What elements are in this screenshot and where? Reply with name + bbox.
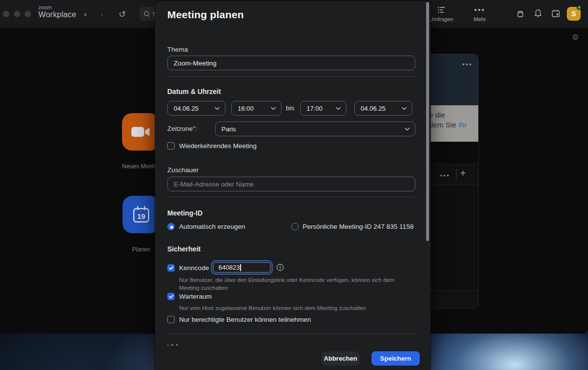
divider — [167, 197, 415, 197]
personal-id-radio[interactable] — [291, 223, 299, 230]
zeitzone-label: Zeitzone": — [167, 125, 197, 132]
card-text-line1: e die — [429, 110, 478, 120]
schedule-label: Planen — [123, 246, 160, 253]
add-icon[interactable]: + — [460, 168, 466, 179]
start-time-select[interactable]: 16:00 — [231, 101, 281, 116]
search-icon — [144, 11, 150, 17]
info-icon[interactable] — [277, 264, 284, 273]
start-date-select[interactable]: 04.06.25 — [167, 101, 225, 116]
thema-label: Thema — [167, 46, 188, 53]
chevron-down-icon — [402, 107, 407, 110]
card-text-line2: dem Sie Ihr — [429, 120, 478, 130]
video-camera-icon — [131, 125, 151, 139]
personal-id-label: Persönliche Meeting-ID 247 835 1158 — [303, 223, 414, 230]
sicherheit-heading: Sicherheit — [167, 245, 201, 253]
cancel-button[interactable]: Abbrechen — [321, 351, 360, 366]
kenncode-value: 640823 — [218, 264, 240, 271]
divider — [167, 76, 415, 77]
end-date-select[interactable]: 04.06.25 — [354, 101, 412, 116]
history-icon[interactable]: ↺ — [119, 9, 126, 20]
check-icon — [169, 294, 174, 299]
more-icon: ●●● — [465, 5, 495, 15]
notifications-bell-icon[interactable] — [533, 8, 543, 19]
connect-to-device-icon[interactable] — [515, 8, 526, 19]
thema-input[interactable] — [167, 56, 415, 70]
end-time-select[interactable]: 17:00 — [300, 101, 346, 116]
dialog-footer: Abbrechen Speichern — [155, 345, 431, 370]
auto-generate-radio[interactable] — [167, 223, 175, 230]
warteraum-helper-text: Nur vom Host zugelassene Benutzer können… — [179, 305, 414, 312]
toolbar-divider — [456, 168, 457, 181]
settings-gear-icon[interactable]: ⚙ — [572, 32, 579, 42]
calendar-day-number: 19 — [137, 212, 146, 220]
bis-label: bis — [286, 104, 294, 112]
datum-heading: Datum & Uhrzeit — [167, 88, 221, 95]
kenncode-label: Kenncode — [179, 264, 209, 272]
kenncode-input[interactable]: 640823 — [211, 260, 273, 275]
card-toolbar-more-icon[interactable]: ●●● — [440, 173, 450, 178]
toolbar-umfragen[interactable]: Umfragen — [427, 5, 456, 22]
new-meeting-label: Neues Meeting — [122, 163, 159, 170]
zuschauer-input[interactable] — [167, 177, 415, 191]
card-menu-icon[interactable]: ●●● — [463, 62, 473, 66]
zuschauer-label: Zuschauer — [167, 166, 199, 174]
close-window-icon[interactable] — [3, 11, 9, 17]
chevron-down-icon — [404, 127, 410, 131]
new-meeting-tile[interactable] — [122, 113, 159, 151]
chevron-down-icon — [271, 107, 276, 110]
presence-status-dot — [577, 5, 582, 10]
polls-icon — [427, 5, 456, 15]
recurring-label: Wiederkehrendes Meeting — [179, 142, 257, 150]
dialog-title: Meeting planen — [167, 9, 244, 21]
divider — [167, 334, 415, 334]
kenncode-helper-text: Nur Benutzer, die über den Einladungslin… — [179, 277, 414, 292]
kenncode-checkbox[interactable] — [167, 264, 175, 272]
traffic-lights[interactable] — [3, 11, 31, 17]
minimize-window-icon[interactable] — [14, 11, 20, 17]
chevron-down-icon — [336, 107, 341, 110]
berechtigte-label: Nur berechtigte Benutzer können teilnehm… — [179, 316, 311, 323]
chevron-down-icon — [215, 107, 220, 110]
recurring-checkbox[interactable] — [167, 142, 175, 150]
text-cursor — [240, 264, 241, 271]
auto-generate-label: Automatisch erzeugen — [179, 223, 245, 230]
schedule-meeting-dialog: Meeting planen Thema Datum & Uhrzeit 04.… — [155, 1, 431, 370]
zeitzone-select[interactable]: Paris — [215, 122, 415, 136]
maximize-window-icon[interactable] — [25, 11, 31, 17]
modal-scrollbar[interactable] — [426, 2, 429, 241]
schedule-tile[interactable]: 19 — [123, 196, 160, 233]
calendar-icon[interactable] — [551, 8, 561, 19]
zoom-workplace-logo: zoom Workplace — [38, 5, 76, 19]
meeting-id-heading: Meeting-ID — [167, 209, 203, 217]
berechtigte-checkbox[interactable] — [167, 316, 175, 323]
forward-icon[interactable]: › — [101, 10, 103, 18]
back-icon[interactable]: ‹ — [84, 10, 87, 18]
save-button[interactable]: Speichern — [371, 351, 420, 366]
warteraum-checkbox[interactable] — [167, 293, 175, 300]
card-link[interactable]: Ihr — [458, 121, 467, 129]
toolbar-mehr[interactable]: ●●● Mehr — [465, 5, 495, 22]
check-icon — [169, 266, 174, 270]
warteraum-label: Warteraum — [179, 293, 212, 300]
calendar-19-icon: 19 — [131, 204, 152, 225]
